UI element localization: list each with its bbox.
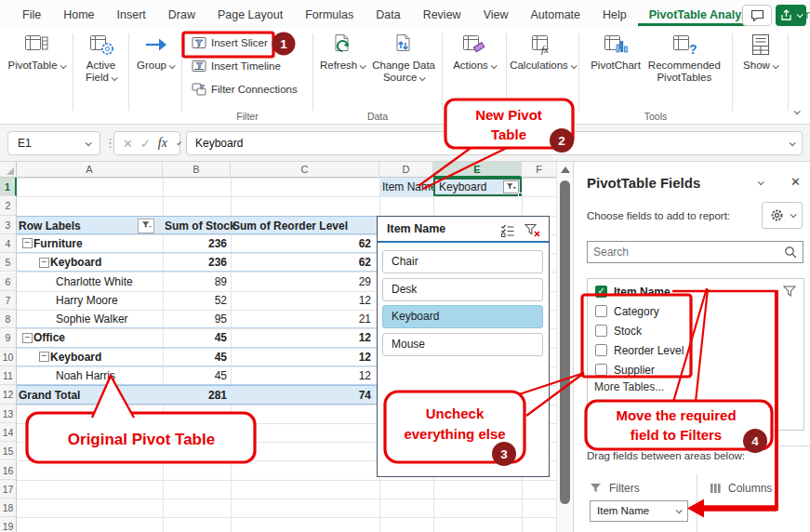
slicer-item-keyboard[interactable]: Keyboard xyxy=(382,305,543,328)
slicer-item-mouse[interactable]: Mouse xyxy=(382,333,543,356)
slicer-clear-filter-icon[interactable] xyxy=(523,222,541,238)
row-header-14[interactable]: 14 xyxy=(0,423,17,442)
row-header-3[interactable]: 3 xyxy=(0,216,17,234)
field-checkbox-stock[interactable] xyxy=(595,325,607,337)
field-item-stock[interactable]: Stock xyxy=(588,321,803,340)
slicer-item-chair[interactable]: Chair xyxy=(382,250,543,273)
actions-button[interactable]: Actions xyxy=(450,31,498,106)
fill-handle[interactable] xyxy=(518,193,523,197)
row-labels-filter-icon[interactable] xyxy=(138,219,154,233)
tab-formulas[interactable]: Formulas xyxy=(294,3,365,26)
row-header-1[interactable]: 1 xyxy=(0,178,17,196)
row-header-13[interactable]: 13 xyxy=(0,405,17,423)
row-header-11[interactable]: 11 xyxy=(0,366,17,385)
insert-function-icon[interactable]: fx xyxy=(158,136,167,151)
pivot-row-noah-harris[interactable]: Noah Harris4512 xyxy=(17,366,379,385)
formula-bar-expand-icon[interactable] xyxy=(790,140,796,146)
row-header-6[interactable]: 6 xyxy=(0,273,17,291)
filters-area-field[interactable]: Item Name xyxy=(590,500,688,522)
cell-e1-selected[interactable]: Keyboard xyxy=(433,178,522,196)
field-checkbox-item-name[interactable] xyxy=(595,286,607,298)
pivot-grand-total-row[interactable]: Grand Total28174 xyxy=(17,385,379,404)
group-button[interactable]: Group xyxy=(134,31,177,106)
recommended-pivottables-button[interactable]: ?RecommendedPivotTables xyxy=(645,31,724,106)
tab-home[interactable]: Home xyxy=(52,3,105,26)
row-header-9[interactable]: 9 xyxy=(0,328,17,347)
filter-connections-button[interactable]: Filter Connections xyxy=(188,79,311,100)
column-header-b[interactable]: B xyxy=(163,162,231,178)
field-item-reorder-level[interactable]: Reorder Level xyxy=(588,340,803,360)
scrollbar-thumb[interactable] xyxy=(560,180,570,504)
row-header-7[interactable]: 7 xyxy=(0,291,17,310)
column-header-e[interactable]: E xyxy=(433,162,522,178)
tab-draw[interactable]: Draw xyxy=(157,3,206,26)
show-button[interactable]: Show xyxy=(740,31,780,106)
tab-data[interactable]: Data xyxy=(365,3,411,26)
row-header-4[interactable]: 4 xyxy=(0,234,17,253)
row-header-17[interactable]: 17 xyxy=(0,480,17,499)
pivottable-button[interactable]: PivotTable xyxy=(5,31,67,106)
column-header-d[interactable]: D xyxy=(379,162,433,178)
search-input[interactable] xyxy=(593,243,775,261)
cell-d1[interactable]: Item Name xyxy=(379,178,433,196)
collapse-icon[interactable]: − xyxy=(39,258,49,268)
column-header-a[interactable]: A xyxy=(17,162,163,178)
row-header-12[interactable]: 12 xyxy=(0,385,17,404)
row-header-19[interactable]: 19 xyxy=(0,517,17,532)
pivot-row-office[interactable]: −Office4512 xyxy=(17,328,379,347)
row-header-10[interactable]: 10 xyxy=(0,348,17,366)
slicer-item-desk[interactable]: Desk xyxy=(382,278,543,301)
active-field-button[interactable]: ActiveField xyxy=(83,31,119,106)
pivot-row-sophie-walker[interactable]: Sophie Walker9521 xyxy=(17,310,379,328)
column-header-f[interactable]: F xyxy=(522,162,556,178)
tab-automate[interactable]: Automate xyxy=(520,3,592,26)
tab-help[interactable]: Help xyxy=(591,3,638,26)
collapse-icon[interactable]: − xyxy=(22,238,33,248)
confirm-entry-icon[interactable]: ✓ xyxy=(140,137,151,151)
tools-gear-button[interactable] xyxy=(762,202,803,229)
select-all-corner[interactable] xyxy=(0,162,17,178)
field-item-supplier[interactable]: Supplier xyxy=(588,360,803,379)
tab-review[interactable]: Review xyxy=(412,3,472,26)
collapse-icon[interactable]: − xyxy=(22,333,33,343)
share-button[interactable] xyxy=(776,5,806,26)
row-header-16[interactable]: 16 xyxy=(0,461,17,480)
row-header-8[interactable]: 8 xyxy=(0,310,17,328)
pane-close-icon[interactable]: ✕ xyxy=(790,175,801,189)
scroll-up-icon[interactable] xyxy=(561,166,570,173)
tab-page-layout[interactable]: Page Layout xyxy=(206,3,294,26)
field-item-item-name[interactable]: Item Name xyxy=(588,282,803,301)
vertical-scrollbar[interactable] xyxy=(556,162,573,532)
field-checkbox-reorder-level[interactable] xyxy=(595,344,607,356)
insert-slicer-button[interactable]: Insert Slicer xyxy=(188,33,311,53)
pane-collapse-icon[interactable] xyxy=(758,179,764,185)
pivot-row-keyboard[interactable]: −Keyboard4512 xyxy=(17,348,379,366)
cancel-entry-icon[interactable]: ✕ xyxy=(123,137,133,151)
row-header-15[interactable]: 15 xyxy=(0,442,17,460)
field-item-category[interactable]: Category xyxy=(588,301,803,321)
tab-insert[interactable]: Insert xyxy=(106,3,157,26)
slicer-multiselect-icon[interactable] xyxy=(498,222,517,238)
row-header-2[interactable]: 2 xyxy=(0,196,17,215)
pivot-row-charlotte-white[interactable]: Charlotte White8929 xyxy=(17,273,379,291)
page-filter-dropdown-icon[interactable] xyxy=(503,180,519,193)
fields-search[interactable] xyxy=(587,241,803,263)
pivotchart-button[interactable]: PivotChart xyxy=(588,31,644,106)
comments-button[interactable] xyxy=(742,5,772,26)
insert-timeline-button[interactable]: Insert Timeline xyxy=(188,56,311,76)
field-checkbox-supplier[interactable] xyxy=(595,364,607,376)
name-box[interactable]: E1 xyxy=(7,131,100,155)
collapse-icon[interactable]: − xyxy=(39,352,49,362)
formula-input[interactable]: Keyboard xyxy=(186,131,803,155)
more-tables-link[interactable]: More Tables... xyxy=(594,380,664,393)
tab-file[interactable]: File xyxy=(11,3,52,26)
row-header-18[interactable]: 18 xyxy=(0,499,17,517)
pivot-row-keyboard[interactable]: −Keyboard23662 xyxy=(17,253,379,272)
column-header-c[interactable]: C xyxy=(231,162,379,178)
calculations-button[interactable]: fxCalculations xyxy=(507,31,578,106)
pivot-row-harry-moore[interactable]: Harry Moore5212 xyxy=(17,291,379,310)
field-checkbox-category[interactable] xyxy=(595,305,607,317)
change-data-source-button[interactable]: Change DataSource xyxy=(369,31,438,106)
pivot-row-furniture[interactable]: −Furniture23662 xyxy=(17,234,379,253)
item-name-slicer[interactable]: Item Name ChairDeskKeyboardMouse xyxy=(377,216,550,477)
